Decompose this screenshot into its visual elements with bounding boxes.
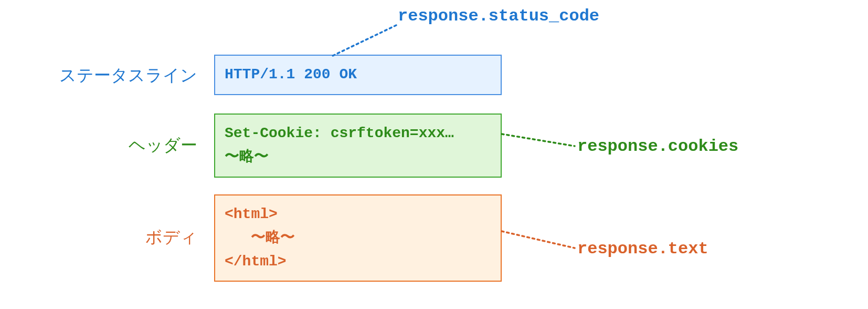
svg-line-1 (502, 134, 575, 146)
annotation-cookies: response.cookies (577, 137, 738, 156)
annotation-status-code: response.status_code (398, 6, 599, 26)
header-box: Set-Cookie: csrftoken=xxx… 〜略〜 (214, 114, 502, 178)
svg-line-2 (502, 231, 575, 248)
label-body: ボディ (145, 226, 197, 249)
status-line-box: HTTP/1.1 200 OK (214, 55, 502, 95)
body-box: <html> 〜略〜 </html> (214, 194, 502, 282)
label-status-line: ステータスライン (59, 64, 197, 87)
label-header: ヘッダー (129, 134, 197, 157)
annotation-text: response.text (577, 239, 708, 259)
svg-line-0 (331, 25, 396, 57)
